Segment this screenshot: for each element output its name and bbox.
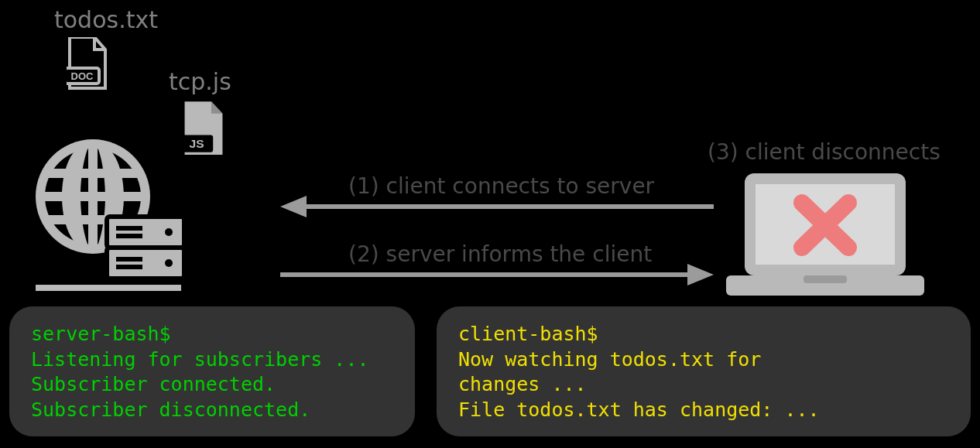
svg-point-15 bbox=[165, 259, 173, 267]
arrow-2-head bbox=[687, 264, 714, 286]
svg-rect-12 bbox=[116, 257, 142, 262]
server-icon bbox=[33, 136, 184, 291]
svg-rect-7 bbox=[88, 142, 98, 251]
file-label-tcp: tcp.js bbox=[169, 68, 231, 95]
svg-rect-16 bbox=[36, 285, 181, 291]
js-badge-text: JS bbox=[190, 137, 204, 150]
svg-rect-11 bbox=[116, 234, 142, 238]
doc-file-icon: DOC bbox=[67, 37, 108, 91]
laptop-icon bbox=[726, 170, 924, 300]
svg-rect-20 bbox=[804, 275, 847, 283]
svg-rect-13 bbox=[116, 265, 142, 269]
server-terminal: server-bash$ Listening for subscribers .… bbox=[9, 306, 415, 436]
svg-point-14 bbox=[165, 228, 173, 236]
svg-rect-10 bbox=[116, 226, 142, 231]
arrow-1-line bbox=[305, 204, 714, 209]
doc-badge-text: DOC bbox=[71, 70, 94, 82]
js-file-icon: JS bbox=[180, 101, 227, 161]
step-2-caption: (2) server informs the client bbox=[348, 241, 652, 267]
step-1-caption: (1) client connects to server bbox=[348, 173, 654, 199]
file-label-todos: todos.txt bbox=[54, 6, 158, 33]
client-terminal: client-bash$ Now watching todos.txt for … bbox=[437, 306, 971, 436]
arrow-1-head bbox=[280, 196, 307, 217]
step-3-caption: (3) client disconnects bbox=[708, 139, 941, 165]
arrow-2-line bbox=[280, 272, 689, 277]
